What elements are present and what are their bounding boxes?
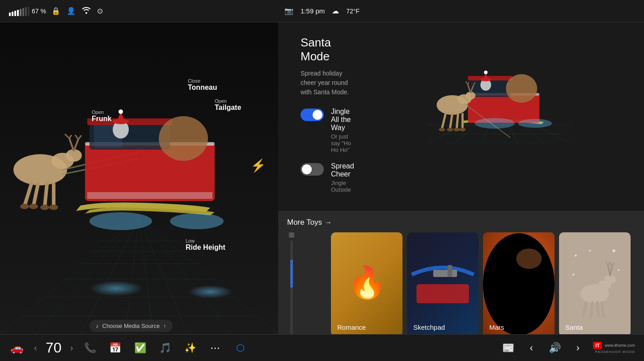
spotify-icon[interactable]: 🎵 xyxy=(157,340,173,356)
open-tailgate-label[interactable]: Open Tailgate xyxy=(215,98,241,112)
svg-line-103 xyxy=(597,302,598,317)
more-toys-section: More Toys → 🔥 Romance xyxy=(278,211,644,348)
ride-height-label[interactable]: Low Ride Height xyxy=(186,238,225,252)
mars-svg xyxy=(483,232,555,336)
svg-point-90 xyxy=(528,288,540,300)
svg-line-96 xyxy=(606,261,608,266)
jingle-toggle[interactable] xyxy=(301,109,324,121)
svg-point-42 xyxy=(159,116,208,161)
sketchpad-preview xyxy=(407,243,479,326)
newsfeed-icon[interactable]: 📰 xyxy=(500,340,516,356)
star-icon[interactable]: ✨ xyxy=(182,340,198,356)
scroll-up-btn[interactable] xyxy=(289,232,294,238)
svg-line-20 xyxy=(69,135,72,139)
svg-point-109 xyxy=(589,250,591,252)
sleigh-illustration: ⚡ xyxy=(0,45,278,246)
tasks-icon[interactable]: ✅ xyxy=(132,340,148,356)
spread-cheer-label: Spread Cheer xyxy=(331,162,354,178)
bluetooth-icon[interactable]: ⬡ xyxy=(232,340,248,356)
nav-next-btn[interactable]: › xyxy=(570,340,586,356)
svg-line-102 xyxy=(591,302,592,317)
svg-point-30 xyxy=(40,205,49,210)
status-bar: 67 % 🔒 👤 ⊙ 📷 1:59 pm ☁ 72°F xyxy=(0,0,644,22)
more-icon[interactable]: ⋯ xyxy=(207,340,223,356)
svg-point-82 xyxy=(518,119,552,128)
mars-bg xyxy=(483,232,555,336)
svg-point-78 xyxy=(453,128,460,131)
svg-rect-83 xyxy=(416,284,469,303)
jingle-label: Jingle All the Way xyxy=(331,108,354,132)
media-source-bar[interactable]: ♪ Choose Media Source ↑ xyxy=(89,320,173,332)
speed-decrease-btn[interactable]: ‹ xyxy=(34,343,37,353)
svg-point-89 xyxy=(488,290,508,310)
svg-line-97 xyxy=(608,262,610,266)
toy-card-sketchpad[interactable]: Sketchpad xyxy=(407,232,479,336)
svg-rect-85 xyxy=(448,265,453,277)
open-frunk-label[interactable]: Open Frunk xyxy=(92,109,111,123)
jingle-toggle-text: Jingle All the Way Or just say "Ho Ho Ho… xyxy=(331,108,354,153)
svg-point-91 xyxy=(516,248,542,269)
svg-point-17 xyxy=(66,149,82,162)
romance-label: Romance xyxy=(337,323,366,331)
svg-point-44 xyxy=(170,213,224,229)
watermark-area: IT www.ithome.com PASSENGER MODE xyxy=(593,342,635,354)
svg-line-101 xyxy=(583,302,586,317)
lightning-bolt: ⚡ xyxy=(250,158,266,173)
volume-icon[interactable]: 🔊 xyxy=(547,340,563,356)
status-time: 1:59 pm xyxy=(301,7,325,15)
taskbar-right: 📰 ‹ 🔊 › IT www.ithome.com PASSENGER MODE xyxy=(322,340,635,356)
svg-point-41 xyxy=(119,109,123,114)
media-source-label: Choose Media Source xyxy=(102,323,160,329)
svg-line-19 xyxy=(65,134,69,139)
svg-point-86 xyxy=(483,233,555,336)
more-toys-link[interactable]: More Toys → xyxy=(287,218,332,227)
media-source-arrow: ↑ xyxy=(163,323,166,329)
nav-prev-btn[interactable]: ‹ xyxy=(523,340,539,356)
romance-icon: 🔥 xyxy=(347,267,386,298)
svg-line-22 xyxy=(78,135,81,139)
mars-surface xyxy=(483,232,555,336)
speed-increase-btn[interactable]: › xyxy=(70,343,73,353)
scroll-indicator xyxy=(283,232,301,344)
svg-line-104 xyxy=(602,302,603,317)
target-icon: ⊙ xyxy=(97,7,103,15)
svg-line-100 xyxy=(610,263,612,267)
toy-card-romance[interactable]: 🔥 Romance xyxy=(331,232,402,336)
svg-rect-84 xyxy=(433,270,457,277)
santa-mode-section: Santa Mode Spread holiday cheer year rou… xyxy=(278,22,644,211)
scroll-thumb xyxy=(290,260,293,288)
svg-point-87 xyxy=(501,261,516,277)
toggle-knob-2 xyxy=(302,164,312,174)
svg-point-106 xyxy=(612,249,615,252)
svg-point-43 xyxy=(89,212,152,230)
lock-icon: 🔒 xyxy=(51,7,60,15)
svg-point-62 xyxy=(484,71,487,74)
battery-indicator: 67 % xyxy=(9,6,46,16)
svg-point-81 xyxy=(475,118,515,129)
toy-card-mars[interactable]: Mars xyxy=(483,232,555,336)
toy-card-santa[interactable]: Santa xyxy=(559,232,631,336)
svg-point-77 xyxy=(447,128,453,131)
phone-icon[interactable]: 📞 xyxy=(82,340,98,356)
speed-value: 70 xyxy=(42,340,65,356)
spread-cheer-toggle-row: Spread Cheer Jingle Outside xyxy=(301,162,354,193)
svg-point-76 xyxy=(439,128,445,131)
speed-display: ‹ 70 › xyxy=(34,340,73,356)
music-icon: ♪ xyxy=(96,323,99,329)
calendar-icon[interactable]: 📅 xyxy=(107,340,123,356)
cloud-icon: ☁ xyxy=(332,7,339,15)
toggle-knob xyxy=(313,110,322,120)
close-tonneau-label[interactable]: Close Tonneau xyxy=(188,78,217,92)
status-bar-center: 📷 1:59 pm ☁ 72°F xyxy=(284,7,360,15)
svg-point-63 xyxy=(506,74,537,103)
camera-icon: 📷 xyxy=(284,7,293,15)
car-icon[interactable]: 🚗 xyxy=(9,340,25,356)
svg-point-79 xyxy=(459,128,466,131)
spread-cheer-toggle[interactable] xyxy=(301,163,324,176)
right-panel: Santa Mode Spread holiday cheer year rou… xyxy=(278,22,644,334)
taskbar: 🚗 ‹ 70 › 📞 📅 ✅ 🎵 ✨ ⋯ ⬡ 📰 ‹ 🔊 › IT www.it… xyxy=(0,334,644,361)
taskbar-left: 🚗 ‹ 70 › 📞 📅 ✅ 🎵 ✨ ⋯ ⬡ xyxy=(9,340,322,356)
svg-line-21 xyxy=(74,139,78,151)
romance-bg: 🔥 xyxy=(331,232,402,336)
santa-card-svg xyxy=(566,243,623,326)
